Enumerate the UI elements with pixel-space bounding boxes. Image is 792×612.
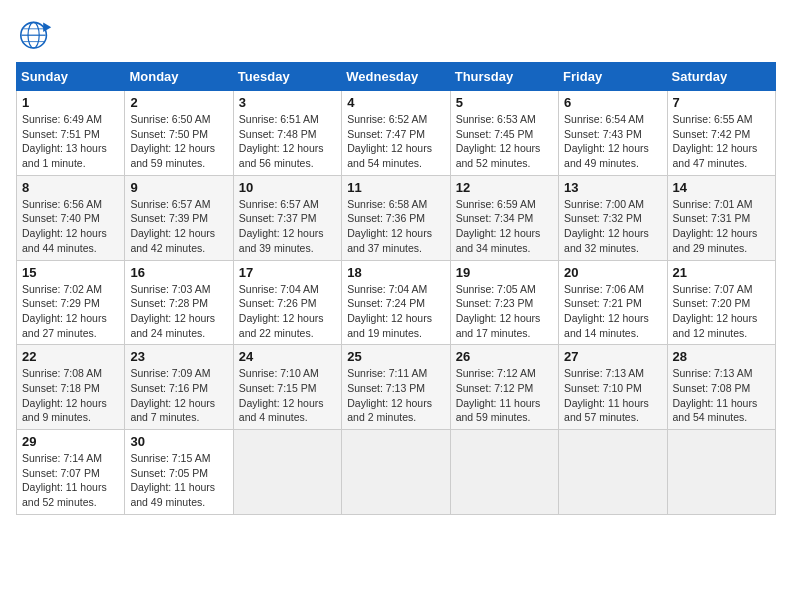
calendar-cell: 5Sunrise: 6:53 AMSunset: 7:45 PMDaylight… bbox=[450, 91, 558, 176]
day-number: 15 bbox=[22, 265, 119, 280]
day-number: 1 bbox=[22, 95, 119, 110]
day-number: 16 bbox=[130, 265, 227, 280]
day-number: 17 bbox=[239, 265, 336, 280]
calendar-week-row: 22Sunrise: 7:08 AMSunset: 7:18 PMDayligh… bbox=[17, 345, 776, 430]
day-number: 14 bbox=[673, 180, 770, 195]
calendar-cell: 3Sunrise: 6:51 AMSunset: 7:48 PMDaylight… bbox=[233, 91, 341, 176]
calendar-cell bbox=[559, 430, 667, 515]
day-info: Sunrise: 7:04 AMSunset: 7:24 PMDaylight:… bbox=[347, 282, 444, 341]
day-number: 30 bbox=[130, 434, 227, 449]
day-info: Sunrise: 7:07 AMSunset: 7:20 PMDaylight:… bbox=[673, 282, 770, 341]
calendar-cell: 28Sunrise: 7:13 AMSunset: 7:08 PMDayligh… bbox=[667, 345, 775, 430]
calendar-cell: 6Sunrise: 6:54 AMSunset: 7:43 PMDaylight… bbox=[559, 91, 667, 176]
day-info: Sunrise: 6:50 AMSunset: 7:50 PMDaylight:… bbox=[130, 112, 227, 171]
day-number: 13 bbox=[564, 180, 661, 195]
day-number: 22 bbox=[22, 349, 119, 364]
day-number: 3 bbox=[239, 95, 336, 110]
calendar-cell: 21Sunrise: 7:07 AMSunset: 7:20 PMDayligh… bbox=[667, 260, 775, 345]
day-info: Sunrise: 6:54 AMSunset: 7:43 PMDaylight:… bbox=[564, 112, 661, 171]
day-number: 27 bbox=[564, 349, 661, 364]
day-header-monday: Monday bbox=[125, 63, 233, 91]
day-info: Sunrise: 7:10 AMSunset: 7:15 PMDaylight:… bbox=[239, 366, 336, 425]
calendar-cell: 13Sunrise: 7:00 AMSunset: 7:32 PMDayligh… bbox=[559, 175, 667, 260]
day-info: Sunrise: 7:04 AMSunset: 7:26 PMDaylight:… bbox=[239, 282, 336, 341]
calendar-week-row: 8Sunrise: 6:56 AMSunset: 7:40 PMDaylight… bbox=[17, 175, 776, 260]
day-info: Sunrise: 6:51 AMSunset: 7:48 PMDaylight:… bbox=[239, 112, 336, 171]
calendar-week-row: 1Sunrise: 6:49 AMSunset: 7:51 PMDaylight… bbox=[17, 91, 776, 176]
day-info: Sunrise: 7:15 AMSunset: 7:05 PMDaylight:… bbox=[130, 451, 227, 510]
day-info: Sunrise: 6:56 AMSunset: 7:40 PMDaylight:… bbox=[22, 197, 119, 256]
calendar-cell: 19Sunrise: 7:05 AMSunset: 7:23 PMDayligh… bbox=[450, 260, 558, 345]
day-number: 2 bbox=[130, 95, 227, 110]
calendar-cell: 27Sunrise: 7:13 AMSunset: 7:10 PMDayligh… bbox=[559, 345, 667, 430]
day-number: 10 bbox=[239, 180, 336, 195]
day-info: Sunrise: 7:14 AMSunset: 7:07 PMDaylight:… bbox=[22, 451, 119, 510]
calendar-cell: 11Sunrise: 6:58 AMSunset: 7:36 PMDayligh… bbox=[342, 175, 450, 260]
calendar-cell: 18Sunrise: 7:04 AMSunset: 7:24 PMDayligh… bbox=[342, 260, 450, 345]
day-number: 25 bbox=[347, 349, 444, 364]
day-number: 21 bbox=[673, 265, 770, 280]
calendar-cell: 7Sunrise: 6:55 AMSunset: 7:42 PMDaylight… bbox=[667, 91, 775, 176]
day-info: Sunrise: 7:09 AMSunset: 7:16 PMDaylight:… bbox=[130, 366, 227, 425]
calendar-cell: 17Sunrise: 7:04 AMSunset: 7:26 PMDayligh… bbox=[233, 260, 341, 345]
day-header-sunday: Sunday bbox=[17, 63, 125, 91]
day-header-saturday: Saturday bbox=[667, 63, 775, 91]
day-info: Sunrise: 6:57 AMSunset: 7:37 PMDaylight:… bbox=[239, 197, 336, 256]
calendar-cell: 29Sunrise: 7:14 AMSunset: 7:07 PMDayligh… bbox=[17, 430, 125, 515]
day-info: Sunrise: 6:49 AMSunset: 7:51 PMDaylight:… bbox=[22, 112, 119, 171]
calendar-cell bbox=[450, 430, 558, 515]
calendar-cell: 25Sunrise: 7:11 AMSunset: 7:13 PMDayligh… bbox=[342, 345, 450, 430]
calendar-week-row: 29Sunrise: 7:14 AMSunset: 7:07 PMDayligh… bbox=[17, 430, 776, 515]
day-info: Sunrise: 7:12 AMSunset: 7:12 PMDaylight:… bbox=[456, 366, 553, 425]
calendar-cell bbox=[342, 430, 450, 515]
day-info: Sunrise: 6:52 AMSunset: 7:47 PMDaylight:… bbox=[347, 112, 444, 171]
logo-icon bbox=[16, 16, 56, 52]
calendar-cell bbox=[233, 430, 341, 515]
day-number: 28 bbox=[673, 349, 770, 364]
day-info: Sunrise: 7:08 AMSunset: 7:18 PMDaylight:… bbox=[22, 366, 119, 425]
day-info: Sunrise: 7:03 AMSunset: 7:28 PMDaylight:… bbox=[130, 282, 227, 341]
day-number: 24 bbox=[239, 349, 336, 364]
svg-marker-5 bbox=[43, 22, 51, 32]
day-info: Sunrise: 7:00 AMSunset: 7:32 PMDaylight:… bbox=[564, 197, 661, 256]
day-info: Sunrise: 6:53 AMSunset: 7:45 PMDaylight:… bbox=[456, 112, 553, 171]
day-info: Sunrise: 7:02 AMSunset: 7:29 PMDaylight:… bbox=[22, 282, 119, 341]
day-info: Sunrise: 6:55 AMSunset: 7:42 PMDaylight:… bbox=[673, 112, 770, 171]
calendar-week-row: 15Sunrise: 7:02 AMSunset: 7:29 PMDayligh… bbox=[17, 260, 776, 345]
day-header-wednesday: Wednesday bbox=[342, 63, 450, 91]
calendar-cell: 26Sunrise: 7:12 AMSunset: 7:12 PMDayligh… bbox=[450, 345, 558, 430]
calendar-cell: 20Sunrise: 7:06 AMSunset: 7:21 PMDayligh… bbox=[559, 260, 667, 345]
day-number: 6 bbox=[564, 95, 661, 110]
day-number: 29 bbox=[22, 434, 119, 449]
day-info: Sunrise: 7:11 AMSunset: 7:13 PMDaylight:… bbox=[347, 366, 444, 425]
day-number: 23 bbox=[130, 349, 227, 364]
day-info: Sunrise: 6:57 AMSunset: 7:39 PMDaylight:… bbox=[130, 197, 227, 256]
calendar-cell: 15Sunrise: 7:02 AMSunset: 7:29 PMDayligh… bbox=[17, 260, 125, 345]
calendar-cell bbox=[667, 430, 775, 515]
day-number: 9 bbox=[130, 180, 227, 195]
day-info: Sunrise: 7:01 AMSunset: 7:31 PMDaylight:… bbox=[673, 197, 770, 256]
day-header-thursday: Thursday bbox=[450, 63, 558, 91]
calendar-cell: 23Sunrise: 7:09 AMSunset: 7:16 PMDayligh… bbox=[125, 345, 233, 430]
day-info: Sunrise: 6:58 AMSunset: 7:36 PMDaylight:… bbox=[347, 197, 444, 256]
day-number: 4 bbox=[347, 95, 444, 110]
calendar-table: SundayMondayTuesdayWednesdayThursdayFrid… bbox=[16, 62, 776, 515]
calendar-cell: 24Sunrise: 7:10 AMSunset: 7:15 PMDayligh… bbox=[233, 345, 341, 430]
day-info: Sunrise: 6:59 AMSunset: 7:34 PMDaylight:… bbox=[456, 197, 553, 256]
calendar-cell: 14Sunrise: 7:01 AMSunset: 7:31 PMDayligh… bbox=[667, 175, 775, 260]
day-number: 11 bbox=[347, 180, 444, 195]
day-header-friday: Friday bbox=[559, 63, 667, 91]
day-info: Sunrise: 7:06 AMSunset: 7:21 PMDaylight:… bbox=[564, 282, 661, 341]
day-header-tuesday: Tuesday bbox=[233, 63, 341, 91]
day-number: 18 bbox=[347, 265, 444, 280]
calendar-cell: 22Sunrise: 7:08 AMSunset: 7:18 PMDayligh… bbox=[17, 345, 125, 430]
page-header bbox=[16, 16, 776, 52]
day-number: 5 bbox=[456, 95, 553, 110]
calendar-cell: 16Sunrise: 7:03 AMSunset: 7:28 PMDayligh… bbox=[125, 260, 233, 345]
day-info: Sunrise: 7:05 AMSunset: 7:23 PMDaylight:… bbox=[456, 282, 553, 341]
calendar-body: 1Sunrise: 6:49 AMSunset: 7:51 PMDaylight… bbox=[17, 91, 776, 515]
day-info: Sunrise: 7:13 AMSunset: 7:10 PMDaylight:… bbox=[564, 366, 661, 425]
day-info: Sunrise: 7:13 AMSunset: 7:08 PMDaylight:… bbox=[673, 366, 770, 425]
calendar-cell: 2Sunrise: 6:50 AMSunset: 7:50 PMDaylight… bbox=[125, 91, 233, 176]
calendar-cell: 12Sunrise: 6:59 AMSunset: 7:34 PMDayligh… bbox=[450, 175, 558, 260]
